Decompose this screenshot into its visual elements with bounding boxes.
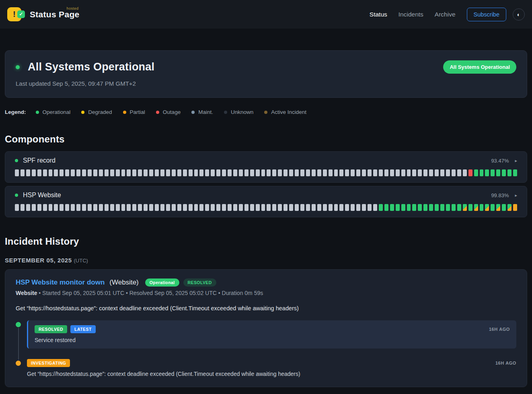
uptime-bar: [222, 204, 226, 211]
uptime-bar: [144, 169, 148, 176]
uptime-bar: [485, 204, 489, 211]
uptime-bar: [105, 169, 109, 176]
legend-status-dot: [81, 111, 84, 114]
logo[interactable]: ! ✓ hosted Status Page: [7, 6, 80, 23]
uptime-bar: [132, 169, 136, 176]
uptime-bar: [205, 204, 209, 211]
uptime-bar: [49, 204, 53, 211]
uptime-bar: [468, 204, 472, 211]
incident-date: SEPTEMBER 05, 2025: [5, 257, 72, 264]
uptime-bar: [216, 204, 220, 211]
uptime-bar: [368, 204, 372, 211]
legend-item: Operational: [36, 109, 71, 115]
uptime-bar: [278, 204, 282, 211]
legend-item: Active Incident: [264, 109, 306, 115]
legend-status-dot: [123, 111, 126, 114]
overall-status-badge: All Systems Operational: [443, 60, 516, 74]
uptime-bar: [300, 169, 304, 176]
incident-status-badge: RESOLVED: [183, 278, 216, 287]
uptime-bar: [54, 169, 58, 176]
legend-item-label: Operational: [43, 109, 71, 115]
uptime-bar: [228, 204, 232, 211]
uptime-bar: [379, 169, 383, 176]
uptime-bar: [435, 169, 439, 176]
legend-item-label: Partial: [130, 109, 145, 115]
component-header-right: 99.83%▸: [491, 192, 517, 198]
uptime-bar: [283, 204, 288, 211]
uptime-bar: [289, 169, 293, 176]
uptime-bar: [507, 204, 511, 211]
component-header[interactable]: SPF record93.47%▸: [15, 157, 517, 164]
uptime-bar: [199, 169, 203, 176]
nav-link-incidents[interactable]: Incidents: [398, 11, 423, 18]
uptime-bar: [362, 169, 366, 176]
update-content: RESOLVEDLATEST16H AGOService restored: [27, 320, 516, 349]
logo-icon: ! ✓: [7, 6, 25, 23]
uptime-bar: [43, 169, 47, 176]
status-banner: All Systems Operational All Systems Oper…: [5, 50, 527, 98]
incident-date-heading: SEPTEMBER 05, 2025 (UTC): [5, 257, 527, 264]
uptime-bar: [49, 169, 53, 176]
expand-chevron-icon[interactable]: ▸: [515, 193, 517, 198]
uptime-bar: [155, 169, 159, 176]
update-timestamp: 16H AGO: [495, 361, 516, 365]
legend-item: Outage: [156, 109, 181, 115]
uptime-bar: [121, 204, 125, 211]
uptime-bar: [468, 169, 472, 176]
uptime-bar: [21, 169, 25, 176]
uptime-bar: [177, 169, 181, 176]
uptime-bar: [356, 204, 360, 211]
checkmark-icon: ✓: [17, 10, 25, 18]
timeline-dot: [16, 361, 21, 366]
uptime-bar: [485, 169, 489, 176]
uptime-bar: [317, 169, 321, 176]
components-heading: Components: [5, 134, 527, 145]
uptime-bar: [216, 169, 220, 176]
uptime-bar: [205, 169, 209, 176]
uptime-bar: [93, 169, 97, 176]
legend-status-dot: [191, 111, 195, 114]
uptime-bar: [272, 169, 276, 176]
legend-item: Maint.: [191, 109, 213, 115]
uptime-bar: [244, 204, 249, 211]
uptime-bar: [256, 204, 260, 211]
subscribe-button[interactable]: Subscribe: [467, 8, 506, 21]
uptime-bar: [306, 169, 310, 176]
uptime-bar: [334, 204, 338, 211]
uptime-bars: [15, 204, 517, 211]
component-header[interactable]: HSP Website99.83%▸: [15, 192, 517, 199]
uptime-bar: [177, 204, 181, 211]
nav-link-archive[interactable]: Archive: [435, 11, 456, 18]
uptime-bar: [172, 204, 176, 211]
legend: Legend: OperationalDegradedPartialOutage…: [5, 109, 527, 115]
uptime-bar: [116, 169, 120, 176]
uptime-bar: [446, 204, 450, 211]
uptime-bar: [160, 204, 164, 211]
uptime-bar: [71, 169, 75, 176]
uptime-bar: [491, 169, 495, 176]
uptime-bar: [452, 204, 456, 211]
uptime-bar: [356, 169, 360, 176]
uptime-bar: [267, 204, 271, 211]
uptime-bar: [82, 204, 86, 211]
uptime-bar: [440, 204, 444, 211]
uptime-bar: [149, 169, 153, 176]
legend-item-label: Degraded: [88, 109, 112, 115]
uptime-bar: [418, 169, 422, 176]
update-status-badge: RESOLVED: [35, 325, 67, 333]
uptime-bar: [127, 169, 131, 176]
uptime-bar: [423, 204, 427, 211]
uptime-bar: [278, 169, 282, 176]
navbar: ! ✓ hosted Status Page StatusIncidentsAr…: [0, 0, 532, 29]
uptime-bar: [65, 169, 69, 176]
legend-status-dot: [264, 111, 267, 114]
uptime-bar: [54, 204, 58, 211]
uptime-bar: [329, 169, 333, 176]
incident-title-link[interactable]: HSP Website monitor down: [16, 278, 105, 287]
update-header: RESOLVEDLATEST16H AGO: [35, 325, 510, 333]
expand-chevron-icon[interactable]: ▸: [515, 158, 517, 163]
uptime-bar: [15, 169, 19, 176]
nav-link-status[interactable]: Status: [370, 11, 387, 18]
theme-toggle-button[interactable]: ◐: [513, 8, 525, 21]
legend-item: Degraded: [81, 109, 112, 115]
